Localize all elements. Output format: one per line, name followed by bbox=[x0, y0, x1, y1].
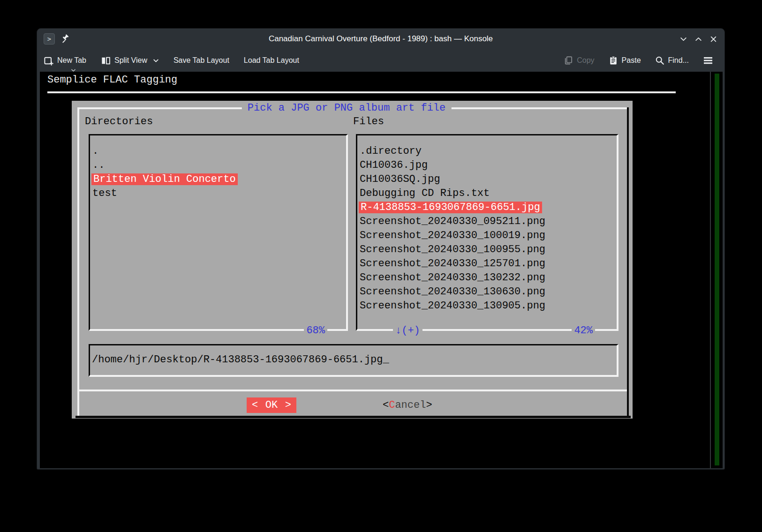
ok-label: OK bbox=[265, 398, 278, 412]
list-item[interactable]: .. bbox=[92, 158, 346, 172]
list-item[interactable]: CH10036SQ.jpg bbox=[360, 172, 617, 187]
toolbar: New Tab Split View Save Tab Layout bbox=[37, 49, 724, 72]
heading-underline bbox=[47, 91, 676, 93]
list-item[interactable]: R-4138853-1693067869-6651.jpg bbox=[360, 201, 617, 215]
konsole-app-icon[interactable]: > bbox=[44, 33, 55, 45]
dialog-border-bottom bbox=[75, 416, 631, 418]
list-item[interactable]: test bbox=[92, 187, 346, 201]
list-item[interactable]: Screenshot_20240330_130630.png bbox=[360, 285, 617, 299]
list-item[interactable]: . bbox=[92, 144, 346, 158]
hamburger-menu-button[interactable] bbox=[703, 56, 713, 65]
search-icon bbox=[655, 56, 664, 65]
find-label: Find... bbox=[668, 56, 689, 65]
new-tab-button[interactable]: New Tab bbox=[44, 56, 86, 66]
paste-label: Paste bbox=[622, 56, 641, 65]
ok-button[interactable]: < OK > bbox=[247, 397, 296, 413]
directories-listbox[interactable]: ...Britten Violin Concertotest 68% bbox=[89, 134, 348, 331]
copy-icon bbox=[564, 56, 573, 65]
pin-icon[interactable] bbox=[60, 34, 70, 44]
scrollbar-thumb[interactable] bbox=[715, 74, 719, 465]
terminal-view[interactable]: Semplice FLAC Tagging Pick a JPG or PNG … bbox=[40, 72, 723, 468]
new-tab-label: New Tab bbox=[57, 56, 86, 65]
directories-list: ...Britten Violin Concertotest bbox=[90, 135, 346, 201]
cancel-close-bracket: > bbox=[426, 398, 432, 412]
files-scroll-percent: 42% bbox=[572, 325, 595, 337]
list-item[interactable]: Britten Violin Concerto bbox=[92, 172, 346, 187]
minimize-button[interactable] bbox=[679, 35, 688, 44]
dialog-title: Pick a JPG or PNG album art file bbox=[242, 101, 451, 115]
files-list: .directoryCH10036.jpgCH10036SQ.jpgDebugg… bbox=[357, 135, 617, 313]
new-tab-icon bbox=[44, 56, 53, 66]
scrollbar-track-line bbox=[710, 72, 711, 468]
album-art-dialog: Pick a JPG or PNG album art file Directo… bbox=[72, 101, 633, 419]
load-tab-layout-label: Load Tab Layout bbox=[244, 56, 299, 65]
list-item[interactable]: .directory bbox=[360, 144, 617, 158]
close-button[interactable] bbox=[709, 35, 718, 44]
directories-label: Directories bbox=[85, 115, 153, 129]
copy-button[interactable]: Copy bbox=[564, 56, 594, 65]
cancel-hotkey: C bbox=[389, 398, 395, 412]
save-tab-layout-button[interactable]: Save Tab Layout bbox=[174, 56, 229, 65]
ok-open-bracket: < bbox=[252, 398, 258, 412]
path-input[interactable]: /home/hjr/Desktop/R-4138853-1693067869-6… bbox=[89, 344, 619, 377]
list-item[interactable]: Screenshot_20240330_130232.png bbox=[360, 271, 617, 285]
dialog-border-left bbox=[77, 107, 79, 416]
list-item[interactable]: Screenshot_20240330_095211.png bbox=[360, 215, 617, 229]
list-item[interactable]: Screenshot_20240330_125701.png bbox=[360, 257, 617, 271]
konsole-window: > Canadian Carnival Overture (Bedford - … bbox=[37, 28, 725, 470]
titlebar: > Canadian Carnival Overture (Bedford - … bbox=[37, 29, 724, 49]
hamburger-icon bbox=[703, 56, 713, 65]
path-value: /home/hjr/Desktop/R-4138853-1693067869-6… bbox=[92, 354, 383, 366]
copy-label: Copy bbox=[577, 56, 594, 65]
split-view-label: Split View bbox=[114, 56, 147, 65]
chevron-down-icon bbox=[153, 59, 159, 63]
files-more-indicator: ↓(+) bbox=[393, 325, 422, 337]
split-view-icon bbox=[101, 56, 111, 66]
cancel-button[interactable]: < C ancel > bbox=[383, 397, 432, 413]
directories-scroll-percent: 68% bbox=[304, 325, 327, 337]
files-listbox[interactable]: .directoryCH10036.jpgCH10036SQ.jpgDebugg… bbox=[356, 134, 619, 331]
app-icon-glyph: > bbox=[47, 35, 51, 43]
ok-close-bracket: > bbox=[285, 398, 291, 412]
split-view-button[interactable]: Split View bbox=[101, 56, 159, 66]
list-item[interactable]: Screenshot_20240330_100955.png bbox=[360, 243, 617, 257]
files-label: Files bbox=[353, 115, 384, 129]
load-tab-layout-button[interactable]: Load Tab Layout bbox=[244, 56, 299, 65]
maximize-button[interactable] bbox=[694, 35, 703, 44]
cancel-label-rest: ancel bbox=[395, 398, 426, 412]
save-tab-layout-label: Save Tab Layout bbox=[174, 56, 229, 65]
cancel-open-bracket: < bbox=[383, 398, 389, 412]
find-button[interactable]: Find... bbox=[655, 56, 689, 65]
paste-button[interactable]: Paste bbox=[609, 56, 641, 65]
terminal-heading: Semplice FLAC Tagging bbox=[47, 73, 177, 87]
window-title: Canadian Carnival Overture (Bedford - 19… bbox=[93, 34, 668, 44]
list-item[interactable]: Screenshot_20240330_100019.png bbox=[360, 229, 617, 243]
paste-icon bbox=[609, 56, 618, 65]
button-row-separator bbox=[77, 390, 627, 391]
dialog-border-right bbox=[627, 107, 629, 416]
list-item[interactable]: Debugging CD Rips.txt bbox=[360, 187, 617, 201]
list-item[interactable]: Screenshot_20240330_130905.png bbox=[360, 299, 617, 313]
list-item[interactable]: CH10036.jpg bbox=[360, 158, 617, 172]
text-cursor: _ bbox=[383, 354, 389, 366]
